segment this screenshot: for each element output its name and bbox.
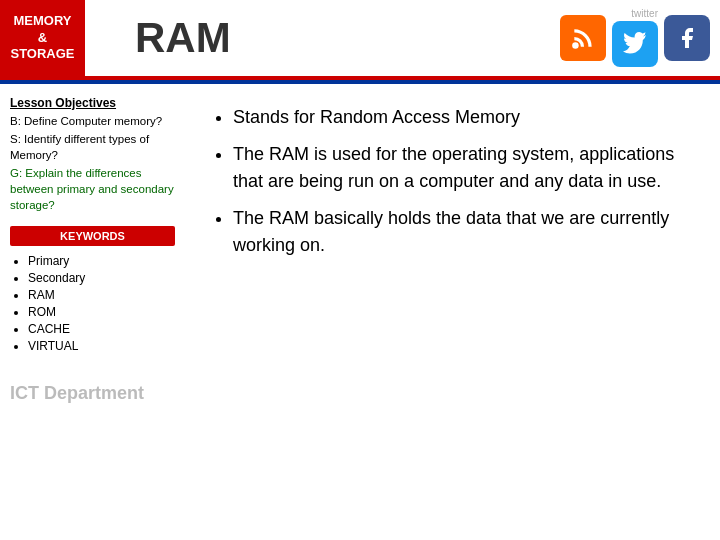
twitter-icon[interactable]	[612, 21, 658, 67]
svg-point-0	[572, 42, 579, 49]
twitter-text-label: twitter	[631, 8, 658, 19]
lesson-objectives: Lesson Objectives B: Define Computer mem…	[10, 96, 175, 214]
page-title: RAM	[135, 14, 231, 62]
lesson-objectives-title: Lesson Objectives	[10, 96, 175, 110]
keywords-list: Primary Secondary RAM ROM CACHE VIRTUAL	[10, 254, 175, 353]
keyword-secondary: Secondary	[28, 271, 175, 285]
bullet-list: Stands for Random Access Memory The RAM …	[205, 104, 695, 259]
keyword-cache: CACHE	[28, 322, 175, 336]
lesson-item-b: B: Define Computer memory?	[10, 113, 175, 129]
keyword-rom: ROM	[28, 305, 175, 319]
main-content: Lesson Objectives B: Define Computer mem…	[0, 84, 720, 540]
bullet-3: The RAM basically holds the data that we…	[233, 205, 695, 259]
bullet-2: The RAM is used for the operating system…	[233, 141, 695, 195]
sidebar: Lesson Objectives B: Define Computer mem…	[0, 84, 185, 540]
header: MEMORY & STORAGE RAM twitter	[0, 0, 720, 80]
content-area: Stands for Random Access Memory The RAM …	[185, 84, 720, 540]
keyword-ram: RAM	[28, 288, 175, 302]
facebook-icon[interactable]	[664, 15, 710, 61]
keyword-primary: Primary	[28, 254, 175, 268]
lesson-item-s: S: Identify different types of Memory?	[10, 131, 175, 163]
keywords-label: KEYWORDS	[10, 226, 175, 246]
social-icons-group: twitter	[560, 8, 710, 67]
ict-department-label: ICT Department	[10, 383, 175, 404]
keyword-virtual: VIRTUAL	[28, 339, 175, 353]
rss-icon[interactable]	[560, 15, 606, 61]
bullet-1: Stands for Random Access Memory	[233, 104, 695, 131]
memory-storage-label: MEMORY & STORAGE	[0, 0, 85, 78]
lesson-item-g: G: Explain the differences between prima…	[10, 165, 175, 213]
